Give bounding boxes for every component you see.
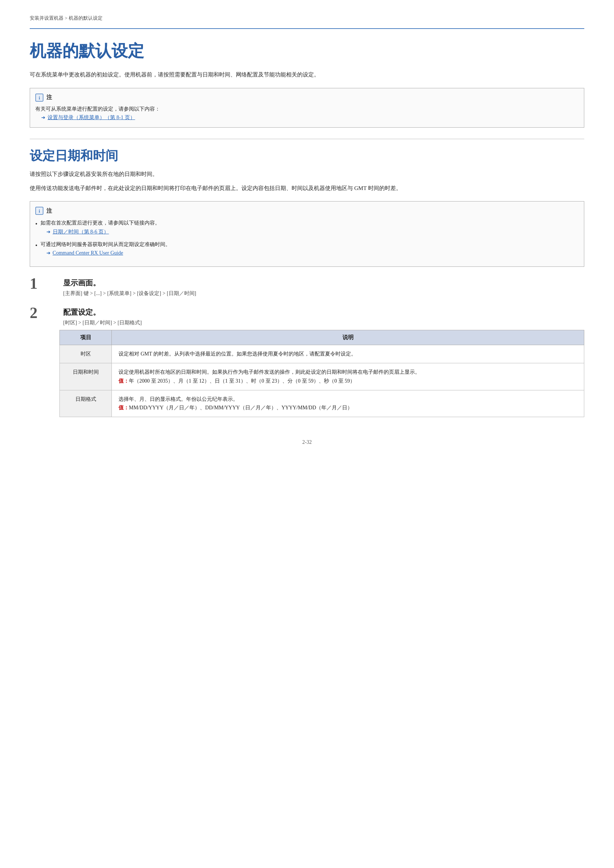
step-1-title: 显示画面。: [63, 278, 584, 288]
table-row-datetime: 日期和时间 设定使用机器时所在地区的日期和时间。如果执行作为电子邮件发送的操作，…: [60, 363, 584, 391]
settings-table-wrapper: 项目 说明 时区 设定相对 GMT 的时差。从列表中选择最近的位置。如果您选择使…: [59, 330, 584, 417]
step-2-number: 2: [30, 305, 52, 321]
step-2-title: 配置设定。: [63, 307, 584, 317]
note2-bullet-1: 如需在首次配置后进行更改，请参阅以下链接内容。 日期／时间（第 8-6 页）: [35, 219, 577, 236]
section-intro-1: 请按照以下步骤设定机器安装所在地的日期和时间。: [30, 170, 584, 179]
cell-desc-timezone: 设定相对 GMT 的时差。从列表中选择最近的位置。如果您选择使用夏令时的地区，请…: [112, 345, 584, 363]
note2-bullet-2: 可通过网络时间服务器获取时间从而定期设定准确时间。 Command Center…: [35, 240, 577, 258]
cell-desc-datetime: 设定使用机器时所在地区的日期和时间。如果执行作为电子邮件发送的操作，则此处设定的…: [112, 363, 584, 391]
step-2-desc: [时区] > [日期／时间] > [日期格式]: [63, 319, 584, 326]
section-intro-2: 使用传送功能发送电子邮件时，在此处设定的日期和时间将打印在电子邮件的页眉上。设定…: [30, 184, 584, 193]
breadcrumb: 安装并设置机器 > 机器的默认设定: [30, 15, 584, 22]
note2-link-2[interactable]: Command Center RX User Guide: [47, 249, 171, 257]
intro-text: 可在系统菜单中更改机器的初始设定。使用机器前，请按照需要配置与日期和时间、网络配…: [30, 70, 584, 80]
note-box-1: i 注 有关可从系统菜单进行配置的设定，请参阅以下内容： 设置与登录（系统菜单）…: [30, 88, 584, 128]
val-label-dateformat: 值：: [118, 405, 129, 411]
page-title: 机器的默认设定: [30, 40, 584, 62]
table-row-timezone: 时区 设定相对 GMT 的时差。从列表中选择最近的位置。如果您选择使用夏令时的地…: [60, 345, 584, 363]
table-row-dateformat: 日期格式 选择年、月、日的显示格式。年份以公元纪年表示。 值：MM/DD/YYY…: [60, 390, 584, 417]
cell-desc-dateformat: 选择年、月、日的显示格式。年份以公元纪年表示。 值：MM/DD/YYYY（月／日…: [112, 390, 584, 417]
note-icon-1: i: [35, 93, 44, 102]
step-2-block: 2 配置设定。 [时区] > [日期／时间] > [日期格式] 项目 说明 时区…: [30, 307, 584, 417]
val-label-datetime: 值：: [118, 378, 129, 384]
note-label-2: 注: [47, 208, 52, 214]
col-item: 项目: [60, 330, 112, 345]
step-2-content: 配置设定。 [时区] > [日期／时间] > [日期格式]: [63, 307, 584, 326]
top-rule: [30, 28, 584, 29]
note-label-1: 注: [47, 94, 52, 101]
note2-bullet-list: 如需在首次配置后进行更改，请参阅以下链接内容。 日期／时间（第 8-6 页） 可…: [35, 219, 577, 257]
page-footer: 2-32: [30, 439, 584, 445]
cell-item-dateformat: 日期格式: [60, 390, 112, 417]
svg-text:i: i: [39, 95, 40, 100]
cell-item-datetime: 日期和时间: [60, 363, 112, 391]
note-header-1: i 注: [35, 93, 577, 102]
col-desc: 说明: [112, 330, 584, 345]
step-1-number: 1: [30, 276, 52, 291]
note-body-1: 有关可从系统菜单进行配置的设定，请参阅以下内容： 设置与登录（系统菜单）（第 8…: [35, 105, 577, 122]
section-rule-1: [30, 139, 584, 139]
note-icon-2: i: [35, 207, 44, 215]
section-title-1: 设定日期和时间: [30, 147, 584, 164]
step-1-content: 显示画面。 [主界面] 键 > [...] > [系统菜单] > [设备设定] …: [63, 278, 584, 297]
note2-link-1[interactable]: 日期／时间（第 8-6 页）: [47, 228, 160, 236]
settings-table: 项目 说明 时区 设定相对 GMT 的时差。从列表中选择最近的位置。如果您选择使…: [59, 330, 584, 417]
note-box-2: i 注 如需在首次配置后进行更改，请参阅以下链接内容。 日期／时间（第 8-6 …: [30, 201, 584, 267]
note-header-2: i 注: [35, 207, 577, 215]
cell-item-timezone: 时区: [60, 345, 112, 363]
step-1-block: 1 显示画面。 [主界面] 键 > [...] > [系统菜单] > [设备设定…: [30, 278, 584, 297]
svg-text:i: i: [39, 208, 40, 214]
note1-link[interactable]: 设置与登录（系统菜单）（第 8-1 页）: [41, 113, 577, 122]
step-1-desc: [主界面] 键 > [...] > [系统菜单] > [设备设定] > [日期／…: [63, 290, 584, 297]
